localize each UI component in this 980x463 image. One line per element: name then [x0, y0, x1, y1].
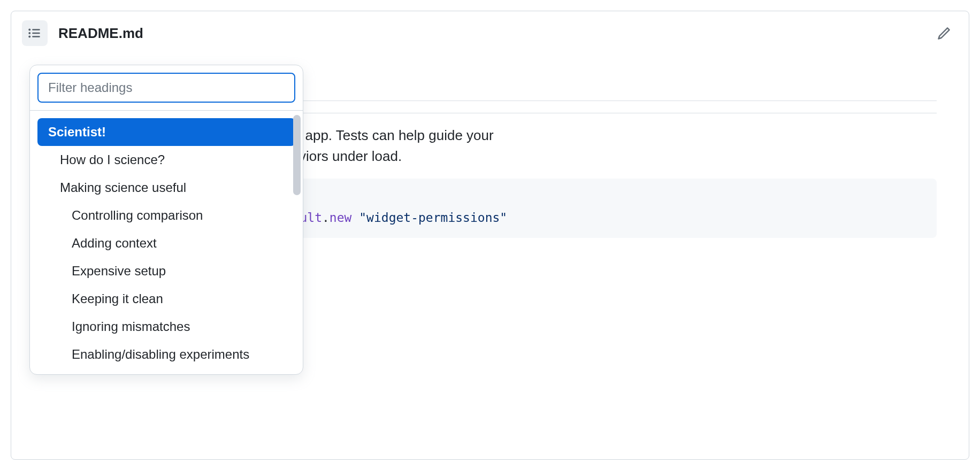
toc-item[interactable]: Controlling comparison: [37, 202, 295, 229]
toc-toggle-button[interactable]: [22, 20, 48, 46]
toc-item[interactable]: Expensive setup: [37, 257, 295, 285]
code-string: "widget-permissions": [359, 211, 507, 225]
toc-item[interactable]: Making science useful: [37, 174, 295, 202]
toc-popover: Scientist!How do I science?Making scienc…: [29, 65, 303, 375]
edit-file-button[interactable]: [932, 21, 956, 45]
filter-wrap: [30, 65, 303, 108]
toc-scrollbar[interactable]: [293, 115, 301, 195]
code-method: new: [330, 211, 352, 225]
svg-rect-1: [32, 29, 40, 30]
toc-item[interactable]: Keeping it clean: [37, 285, 295, 313]
code-space: [351, 211, 359, 225]
toc-item[interactable]: Adding context: [37, 229, 295, 257]
readme-file-box: README.md critical paths. CI passing you…: [11, 11, 969, 460]
svg-point-0: [28, 29, 30, 31]
file-name: README.md: [58, 25, 143, 42]
svg-rect-5: [32, 36, 40, 37]
pencil-icon: [937, 26, 952, 41]
list-icon: [28, 26, 42, 40]
svg-rect-3: [32, 33, 40, 34]
toc-item[interactable]: How do I science?: [37, 146, 295, 174]
svg-point-2: [28, 32, 30, 34]
svg-point-4: [28, 36, 30, 38]
toc-list[interactable]: Scientist!How do I science?Making scienc…: [30, 111, 303, 374]
code-dot: .: [322, 211, 330, 225]
toc-item[interactable]: Ignoring mismatches: [37, 313, 295, 341]
filter-headings-input[interactable]: [37, 73, 295, 103]
file-header: README.md: [11, 11, 969, 55]
toc-item[interactable]: Scientist!: [37, 118, 295, 146]
toc-item[interactable]: Enabling/disabling experiments: [37, 341, 295, 368]
